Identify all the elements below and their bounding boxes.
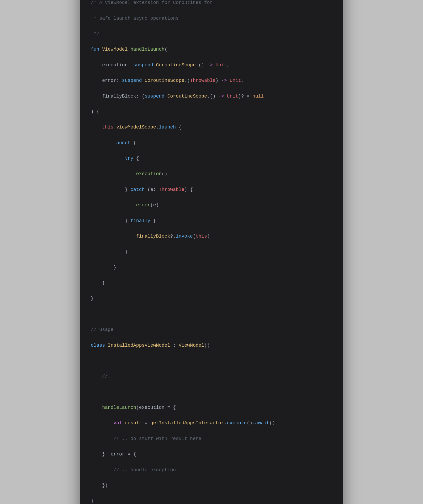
execution-call: execution() — [91, 170, 332, 178]
val-result: val result = getInstalledAppsInteractor.… — [91, 419, 332, 427]
comment-handle-exception: // .. handle exception — [91, 466, 332, 474]
close-handle-launch: }) — [91, 482, 332, 490]
class-declaration: class InstalledAppsViewModel : ViewModel… — [91, 342, 332, 350]
viewmodel-scope: this.viewModelScope.launch { — [91, 124, 332, 131]
code-editor: /* A ViewModel extension for Coroutines … — [80, 0, 343, 504]
empty-line-2 — [91, 388, 332, 396]
comment-line-2: * safe launch async operations — [91, 15, 332, 23]
class-open-brace: { — [91, 357, 332, 365]
finally-block: } finally { — [91, 217, 332, 225]
param-error: error: suspend CoroutineScope.(Throwable… — [91, 77, 332, 85]
fun-close: } — [91, 295, 332, 303]
comment-do-stuff: // .. do stuff with result here — [91, 435, 332, 443]
fun-declaration: fun ViewModel.handleLaunch( — [91, 46, 332, 53]
class-close-brace: } — [91, 497, 332, 504]
comment-line-3: */ — [91, 30, 332, 38]
comment-dots: //... — [91, 373, 332, 380]
param-execution: execution: suspend CoroutineScope.() -> … — [91, 61, 332, 69]
launch-outer-close: } — [91, 279, 332, 287]
launch-inner-close: } — [91, 264, 332, 272]
try-block: try { — [91, 155, 332, 163]
finally-close: } — [91, 248, 332, 256]
usage-comment: // Usage — [91, 326, 332, 334]
comment-line-1: /* A ViewModel extension for Coroutines … — [91, 0, 332, 7]
handle-launch-call: handleLaunch(execution = { — [91, 404, 332, 412]
launch-block: launch { — [91, 139, 332, 147]
empty-line-1 — [91, 310, 332, 318]
finally-invoke: finallyBlock?.invoke(this) — [91, 233, 332, 240]
fun-open-brace: ) { — [91, 108, 332, 116]
code-window: /* A ViewModel extension for Coroutines … — [80, 0, 343, 504]
close-execution-open-error: }, error = { — [91, 451, 332, 458]
param-finally: finallyBlock: (suspend CoroutineScope.()… — [91, 93, 332, 100]
error-call: error(e) — [91, 201, 332, 209]
catch-block: } catch (e: Throwable) { — [91, 186, 332, 194]
